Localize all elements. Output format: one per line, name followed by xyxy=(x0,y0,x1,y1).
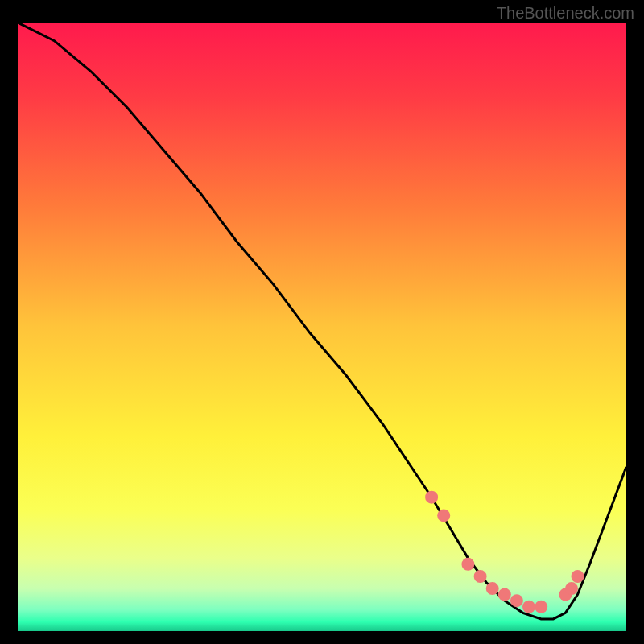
curve-marker xyxy=(572,570,584,583)
curve-marker xyxy=(474,570,487,583)
curve-marker xyxy=(522,601,535,613)
watermark-text: TheBottleneck.com xyxy=(497,4,634,23)
gradient-background xyxy=(18,23,626,631)
curve-marker xyxy=(510,594,523,607)
curve-marker xyxy=(486,582,499,595)
curve-marker xyxy=(565,582,578,595)
curve-marker xyxy=(425,491,438,504)
curve-marker xyxy=(437,509,450,522)
chart-svg xyxy=(18,23,626,631)
chart-plot-area xyxy=(18,23,626,631)
curve-marker xyxy=(535,601,547,613)
curve-marker xyxy=(498,588,511,601)
curve-marker xyxy=(461,558,474,571)
